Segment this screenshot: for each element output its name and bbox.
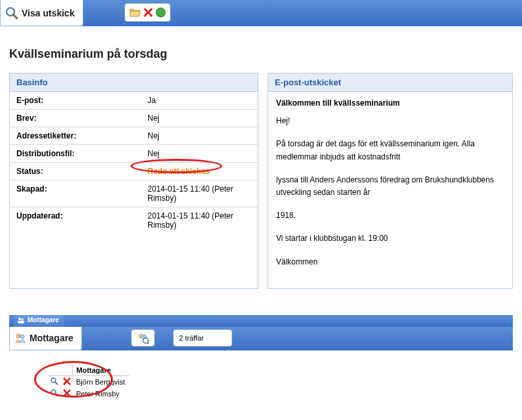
- basinfo-row-epost: E-post: Ja: [10, 92, 258, 110]
- svg-point-4: [156, 8, 165, 17]
- table-row: Björn Bergqvist: [49, 375, 129, 388]
- approve-icon[interactable]: [155, 7, 166, 18]
- svg-line-1: [13, 14, 17, 18]
- recipients-list-wrap: Mottagare: [9, 350, 513, 406]
- value: 2014-01-15 11:40 (Peter Rimsby): [141, 207, 258, 234]
- email-paragraph: Vi startar i klubbstugan kl. 19:00: [276, 232, 504, 245]
- view-icon[interactable]: [50, 377, 59, 387]
- recipients-section: Mottagare Mottagare 2 träf: [0, 315, 522, 419]
- email-paragraph: Hej!: [276, 115, 504, 127]
- people-icon: [14, 331, 27, 345]
- basinfo-row-status: Status: Redo att skickas: [10, 163, 258, 180]
- email-paragraph: På torsdag är det dags för ett kvällssem…: [276, 138, 504, 163]
- page-tab-visa-utskick: Visa utskick: [0, 0, 83, 26]
- value: Nej: [141, 127, 258, 145]
- tab-label: Mottagare: [28, 316, 59, 324]
- svg-point-9: [20, 335, 24, 339]
- toolbar: [125, 3, 171, 22]
- view-icon[interactable]: [50, 388, 59, 399]
- email-paragraph: lyssna till Anders Anderssons föredrag o…: [276, 174, 504, 199]
- recipients-title: Mottagare: [30, 333, 73, 343]
- page-tab-title: Visa utskick: [22, 8, 75, 18]
- top-bar: Visa utskick: [0, 0, 522, 26]
- email-paragraph: Välkommen: [276, 256, 504, 268]
- recipients-count: 2 träffar: [173, 329, 232, 346]
- label: Status:: [10, 163, 141, 180]
- svg-point-5: [18, 318, 21, 320]
- label: Uppdaterad:: [10, 207, 141, 234]
- label: Skapad:: [10, 180, 141, 207]
- svg-rect-7: [18, 321, 24, 324]
- basinfo-row-brev: Brev: Nej: [10, 110, 258, 127]
- recipients-bar: Mottagare 2 träffar: [9, 327, 513, 350]
- value: Nej: [141, 110, 258, 127]
- folder-open-icon[interactable]: [129, 7, 141, 18]
- basinfo-row-dist: Distributionsfil: Nej: [10, 145, 258, 163]
- svg-point-18: [51, 390, 56, 394]
- svg-point-6: [21, 318, 24, 321]
- email-paragraph: 1918.: [276, 209, 504, 222]
- subtab-strip: Mottagare: [9, 315, 513, 327]
- page-title: Kvällseminarium på torsdag: [9, 47, 513, 61]
- basinfo-row-adress: Adressetiketter: Nej: [10, 127, 258, 145]
- svg-point-8: [16, 334, 20, 338]
- recipients-tab: Mottagare: [9, 327, 82, 350]
- magnifier-icon: [5, 6, 19, 20]
- label: Brev:: [10, 110, 141, 127]
- recipients-tool-button[interactable]: [131, 329, 155, 346]
- label: Adressetiketter:: [10, 127, 141, 145]
- value: 2014-01-15 11:40 (Peter Rimsby): [141, 180, 258, 207]
- basinfo-table: E-post: Ja Brev: Nej Adressetiketter: Ne…: [10, 92, 258, 234]
- email-header: E-post-utskicket: [268, 74, 512, 92]
- recipient-name[interactable]: Peter Rimsby: [72, 388, 129, 400]
- table-row: Peter Rimsby: [49, 388, 129, 400]
- main-content: Kvällseminarium på torsdag Basinfo E-pos…: [0, 26, 522, 295]
- svg-point-12: [143, 338, 148, 343]
- basinfo-row-uppdaterad: Uppdaterad: 2014-01-15 11:40 (Peter Rims…: [10, 207, 258, 234]
- recipients-col-header: Mottagare: [72, 365, 129, 376]
- recipient-name[interactable]: Björn Bergqvist: [72, 375, 129, 388]
- svg-line-13: [148, 343, 149, 344]
- status-value: Redo att skickas: [148, 167, 210, 176]
- email-body: Välkommen till kvällsseminarium Hej! På …: [268, 92, 512, 288]
- value: Nej: [141, 145, 258, 163]
- svg-line-19: [55, 394, 58, 396]
- basinfo-panel: Basinfo E-post: Ja Brev: Nej Adressetike…: [9, 73, 258, 289]
- email-panel: E-post-utskicket Välkommen till kvällsse…: [268, 73, 513, 289]
- recipients-table: Mottagare: [49, 365, 129, 400]
- email-subject: Välkommen till kvällsseminarium: [276, 97, 504, 110]
- people-icon: [17, 316, 25, 326]
- basinfo-header: Basinfo: [10, 74, 258, 92]
- remove-icon[interactable]: [63, 389, 71, 398]
- svg-line-15: [55, 382, 58, 385]
- label: Distributionsfil:: [10, 145, 141, 163]
- tab-mottagare[interactable]: Mottagare: [14, 315, 64, 327]
- svg-point-14: [51, 378, 56, 383]
- remove-icon[interactable]: [63, 377, 71, 387]
- basinfo-row-skapad: Skapad: 2014-01-15 11:40 (Peter Rimsby): [10, 180, 258, 207]
- value: Ja: [141, 92, 258, 110]
- delete-icon[interactable]: [144, 8, 153, 17]
- label: E-post:: [10, 92, 141, 110]
